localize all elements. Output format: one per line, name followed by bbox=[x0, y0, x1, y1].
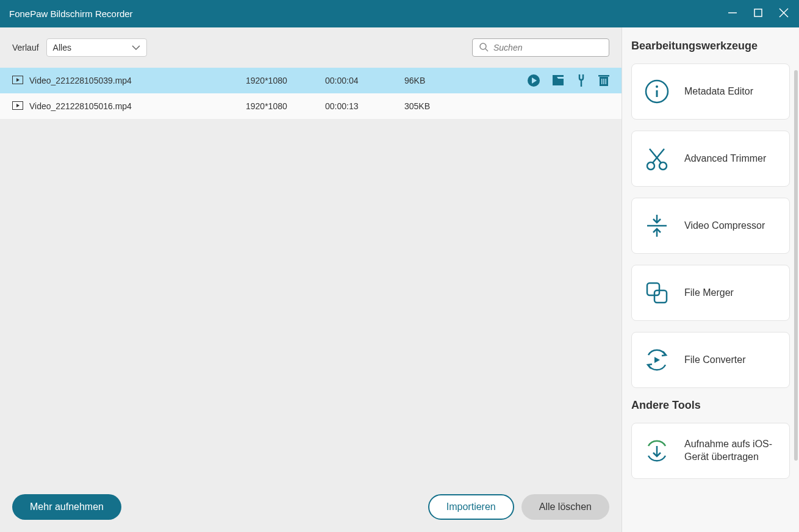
filter-dropdown[interactable]: Alles bbox=[46, 38, 147, 57]
tool-file-merger[interactable]: File Merger bbox=[631, 265, 790, 321]
svg-rect-13 bbox=[606, 79, 607, 84]
other-tools-heading: Andere Tools bbox=[631, 399, 790, 412]
import-button[interactable]: Importieren bbox=[428, 494, 514, 520]
file-size: 305KB bbox=[404, 101, 465, 111]
file-name: Video_221228105016.mp4 bbox=[29, 101, 240, 111]
svg-point-19 bbox=[659, 162, 667, 170]
search-icon bbox=[479, 42, 489, 54]
video-file-icon bbox=[12, 76, 23, 86]
svg-line-20 bbox=[653, 149, 664, 163]
tool-ios-transfer[interactable]: Aufnahme aufs iOS-Gerät übertragen bbox=[631, 423, 790, 479]
svg-rect-25 bbox=[647, 283, 659, 295]
search-box[interactable] bbox=[472, 38, 609, 57]
minimize-button[interactable] bbox=[726, 7, 739, 20]
tool-file-converter[interactable]: File Converter bbox=[631, 332, 790, 388]
tool-label: File Merger bbox=[684, 287, 734, 300]
play-icon[interactable] bbox=[528, 74, 540, 87]
search-input[interactable] bbox=[493, 43, 603, 52]
chevron-down-icon bbox=[132, 43, 140, 52]
video-file-icon bbox=[12, 101, 23, 112]
svg-point-4 bbox=[480, 43, 486, 49]
scrollbar[interactable] bbox=[794, 70, 798, 461]
tool-label: Video Compressor bbox=[684, 220, 765, 232]
tool-label: File Converter bbox=[684, 354, 745, 367]
svg-rect-12 bbox=[603, 79, 604, 84]
scissors-icon bbox=[643, 145, 671, 173]
record-more-button[interactable]: Mehr aufnehmen bbox=[12, 494, 121, 520]
sidebar: Bearbeitungswerkzeuge Metadata Editor Ad… bbox=[622, 27, 799, 532]
topbar: Verlauf Alles bbox=[0, 27, 622, 68]
close-button[interactable] bbox=[778, 7, 790, 21]
tools-heading: Bearbeitungswerkzeuge bbox=[631, 40, 790, 52]
svg-line-5 bbox=[485, 49, 488, 51]
svg-rect-26 bbox=[654, 290, 667, 303]
folder-icon[interactable] bbox=[552, 75, 564, 86]
file-duration: 00:00:13 bbox=[325, 101, 398, 111]
info-icon bbox=[643, 77, 671, 106]
svg-rect-10 bbox=[598, 75, 609, 77]
main-panel: Verlauf Alles Video_221228105039.mp4 192… bbox=[0, 27, 622, 532]
file-size: 96KB bbox=[404, 76, 465, 85]
svg-rect-8 bbox=[553, 75, 564, 77]
transfer-icon bbox=[643, 437, 671, 465]
svg-rect-11 bbox=[601, 79, 603, 84]
list-row[interactable]: Video_221228105039.mp4 1920*1080 00:00:0… bbox=[0, 68, 622, 93]
tool-label: Metadata Editor bbox=[684, 85, 753, 98]
svg-line-21 bbox=[650, 149, 661, 163]
merge-icon bbox=[643, 279, 671, 307]
list-row[interactable]: Video_221228105016.mp4 1920*1080 00:00:1… bbox=[0, 93, 622, 119]
tool-label: Advanced Trimmer bbox=[684, 153, 766, 165]
compress-icon bbox=[643, 212, 671, 240]
app-title: FonePaw Bildschirm Recorder bbox=[9, 9, 133, 19]
file-resolution: 1920*1080 bbox=[246, 101, 319, 111]
file-resolution: 1920*1080 bbox=[246, 76, 319, 85]
titlebar: FonePaw Bildschirm Recorder bbox=[0, 0, 799, 27]
window-controls bbox=[726, 7, 790, 21]
svg-rect-1 bbox=[754, 9, 762, 16]
row-actions bbox=[528, 74, 609, 87]
file-name: Video_221228105039.mp4 bbox=[29, 76, 240, 85]
filter-value: Alles bbox=[53, 43, 71, 52]
maximize-button[interactable] bbox=[752, 7, 764, 20]
tool-advanced-trimmer[interactable]: Advanced Trimmer bbox=[631, 131, 790, 187]
tool-metadata-editor[interactable]: Metadata Editor bbox=[631, 63, 790, 120]
footer-bar: Mehr aufnehmen Importieren Alle löschen bbox=[0, 482, 622, 532]
trash-icon[interactable] bbox=[598, 74, 609, 87]
delete-all-button[interactable]: Alle löschen bbox=[521, 494, 609, 520]
tool-video-compressor[interactable]: Video Compressor bbox=[631, 198, 790, 254]
svg-point-18 bbox=[647, 162, 654, 170]
recording-list: Video_221228105039.mp4 1920*1080 00:00:0… bbox=[0, 68, 622, 482]
tool-icon[interactable] bbox=[576, 74, 586, 87]
tool-label: Aufnahme aufs iOS-Gerät übertragen bbox=[684, 438, 778, 464]
file-duration: 00:00:04 bbox=[325, 76, 398, 85]
svg-point-16 bbox=[656, 85, 658, 88]
convert-icon bbox=[643, 346, 671, 374]
history-label: Verlauf bbox=[12, 43, 39, 52]
